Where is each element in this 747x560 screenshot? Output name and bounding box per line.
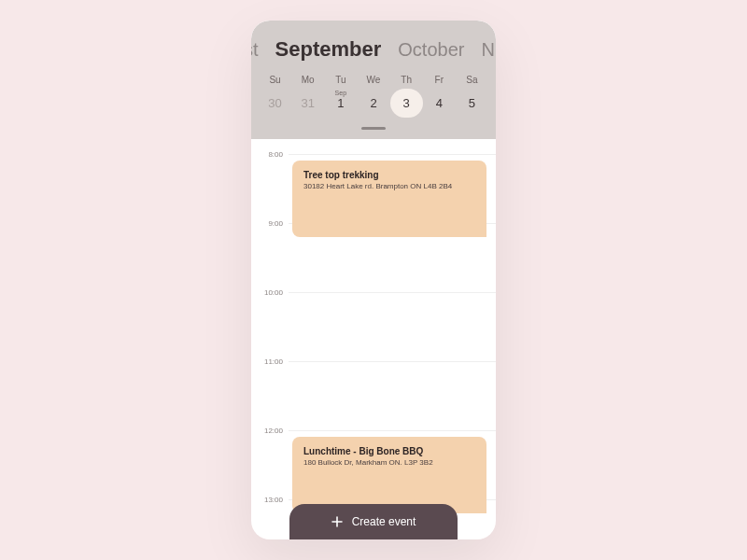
weekday-row: SuMoTuWeThFrSa	[251, 75, 496, 85]
day-number: 3	[403, 96, 410, 110]
weekday-label: Sa	[456, 75, 488, 85]
event-block[interactable]: Lunchtime - Big Bone BBQ180 Bullock Dr, …	[292, 437, 486, 512]
time-label: 13:00	[251, 496, 289, 504]
time-label: 11:00	[251, 357, 289, 366]
day-cell[interactable]: 3	[390, 89, 423, 118]
month-start-label: Sep	[324, 90, 357, 96]
day-number: 1	[337, 96, 344, 110]
weekday-label: Su	[259, 75, 291, 85]
hour-line	[289, 292, 496, 293]
time-label: 9:00	[251, 219, 289, 228]
time-row: 11:00	[251, 361, 496, 370]
create-event-button[interactable]: Create event	[289, 504, 458, 539]
weekday-label: Mo	[291, 75, 324, 85]
weekday-label: We	[357, 75, 389, 85]
hour-line	[289, 361, 496, 362]
time-row: 10:00	[251, 292, 496, 301]
day-number: 4	[436, 96, 443, 110]
hour-line	[289, 154, 496, 155]
month-next[interactable]: October	[398, 39, 464, 61]
weekday-label: Th	[390, 75, 423, 85]
calendar-header: st September October N SuMoTuWeThFrSa 30…	[251, 21, 496, 139]
day-number: 5	[469, 96, 475, 110]
create-event-label: Create event	[352, 515, 416, 528]
calendar-app: st September October N SuMoTuWeThFrSa 30…	[251, 21, 496, 539]
event-title: Lunchtime - Big Bone BBQ	[303, 446, 475, 456]
weekday-label: Tu	[324, 75, 357, 85]
event-location: 180 Bullock Dr, Markham ON. L3P 3B2	[303, 458, 475, 467]
event-location: 30182 Heart Lake rd. Brampton ON L4B 2B4	[303, 182, 475, 190]
day-number: 30	[268, 96, 281, 110]
time-label: 8:00	[251, 150, 289, 159]
day-cell[interactable]: 5	[456, 89, 488, 118]
event-title: Tree top trekking	[303, 170, 475, 180]
day-cell[interactable]: 31	[291, 89, 324, 118]
day-cell[interactable]: 30	[259, 89, 291, 118]
day-cell[interactable]: Sep1	[324, 89, 357, 118]
month-prev[interactable]: st	[251, 39, 259, 61]
event-block[interactable]: Tree top trekking30182 Heart Lake rd. Br…	[292, 161, 486, 236]
time-label: 10:00	[251, 288, 289, 297]
weekday-label: Fr	[423, 75, 456, 85]
day-number: 31	[301, 96, 314, 110]
days-row: 3031Sep12345	[251, 89, 496, 123]
day-number: 2	[370, 96, 376, 110]
day-cell[interactable]: 2	[357, 89, 389, 118]
day-cell[interactable]: 4	[423, 89, 456, 118]
month-after[interactable]: N	[481, 39, 494, 61]
timeline[interactable]: 8:009:0010:0011:0012:0013:00Tree top tre…	[251, 139, 496, 539]
drag-handle[interactable]	[361, 127, 386, 130]
month-scroller[interactable]: st September October N	[251, 37, 496, 62]
month-current[interactable]: September	[275, 37, 382, 62]
plus-icon	[331, 516, 343, 527]
time-label: 12:00	[251, 427, 289, 435]
hour-line	[289, 430, 496, 431]
